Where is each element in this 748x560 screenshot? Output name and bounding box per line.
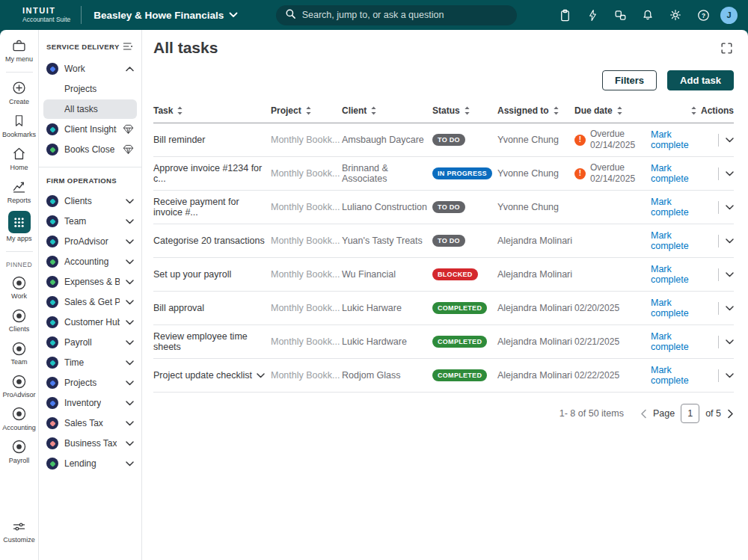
user-avatar[interactable]: J: [720, 7, 738, 24]
mark-complete-link[interactable]: Mark complete: [651, 163, 711, 184]
sidebar-item-customer-hub[interactable]: Customer Hub: [43, 313, 137, 332]
search-bar[interactable]: [276, 5, 517, 25]
mark-complete-link[interactable]: Mark complete: [651, 331, 711, 352]
notifications-icon[interactable]: [637, 4, 658, 25]
assigned-to-cell: Alejandra Molinari: [497, 336, 574, 347]
time-icon: [46, 357, 58, 369]
row-actions-chevron-icon[interactable]: [726, 373, 734, 378]
fullscreen-icon[interactable]: [720, 41, 734, 58]
chevron-down-icon: [126, 300, 134, 305]
lending-icon: [46, 458, 58, 470]
sidebar-item-clients[interactable]: Clients: [43, 191, 137, 211]
settings-icon[interactable]: [665, 4, 686, 25]
filters-button[interactable]: Filters: [602, 70, 657, 90]
mark-complete-link[interactable]: Mark complete: [651, 197, 711, 218]
row-actions-chevron-icon[interactable]: [726, 272, 734, 277]
pinned-label: PINNED: [6, 261, 32, 268]
row-actions-chevron-icon[interactable]: [726, 205, 734, 210]
chevron-down-icon: [126, 239, 134, 244]
pinned-item-payroll[interactable]: Payroll: [0, 439, 38, 465]
sidebar-item-books-close[interactable]: Books Close: [43, 140, 137, 159]
pinned-item-accounting[interactable]: Accounting: [0, 406, 38, 432]
project-cell: Monthly Bookk...: [271, 135, 342, 145]
rail-item-label: Reports: [7, 197, 31, 205]
logo-suite: Accountant Suite: [22, 16, 70, 23]
sidebar-item-work[interactable]: Work: [43, 59, 137, 79]
sidebar-item-inventory[interactable]: Inventory: [43, 393, 137, 413]
task-expander-icon[interactable]: [257, 373, 265, 378]
rail-item-my-apps[interactable]: My apps: [0, 211, 38, 243]
column-header-assigned-to[interactable]: Assigned to: [497, 105, 574, 116]
row-actions-chevron-icon[interactable]: [726, 171, 734, 176]
sidebar-item-sales-get-paid[interactable]: Sales & Get Paid: [43, 292, 137, 312]
rail-item-bookmarks[interactable]: Bookmarks: [0, 113, 38, 139]
prev-page-icon[interactable]: [640, 409, 647, 419]
help-icon[interactable]: ?: [693, 4, 714, 25]
sidebar-item-projects[interactable]: Projects: [43, 373, 137, 393]
pinned-item-proadvisor[interactable]: ProAdvisor: [0, 373, 38, 399]
row-actions-chevron-icon[interactable]: [726, 138, 734, 143]
company-selector[interactable]: Beasley & Howe Financials: [94, 10, 238, 21]
sidebar-item-all-tasks[interactable]: All tasks: [43, 99, 137, 119]
project-cell: Monthly Bookk...: [271, 269, 342, 280]
column-header-task[interactable]: Task: [153, 105, 271, 116]
client-insights-icon: [46, 123, 58, 135]
rail-divider: [6, 72, 33, 73]
sidebar-item-time[interactable]: Time: [43, 353, 137, 372]
rail-item-label: Bookmarks: [2, 132, 36, 139]
overdue-label: Overdue: [590, 129, 635, 140]
customize-button[interactable]: Customize: [0, 518, 38, 544]
pinned-item-clients[interactable]: Clients: [0, 307, 38, 333]
search-input[interactable]: [302, 10, 508, 20]
sidebar-item-business-tax[interactable]: Business Tax: [43, 434, 137, 453]
column-header-actions[interactable]: Actions: [651, 105, 734, 116]
org-switcher-icon[interactable]: [610, 4, 631, 25]
due-date-text: 02/14/2025: [590, 173, 635, 185]
page-number-input[interactable]: [681, 404, 699, 423]
sidebar-item-projects[interactable]: Projects: [43, 79, 137, 99]
sidebar-item-proadvisor[interactable]: ProAdvisor: [43, 232, 137, 251]
add-task-button[interactable]: Add task: [667, 70, 734, 90]
pinned-payroll-icon: [11, 439, 28, 455]
tasks-table: TaskProjectClientStatusAssigned toDue da…: [153, 105, 734, 393]
column-header-status[interactable]: Status: [432, 105, 497, 116]
rail-item-reports[interactable]: Reports: [0, 179, 38, 205]
rail-item-create[interactable]: Create: [0, 80, 38, 106]
rail-item-my-menu[interactable]: My menu: [0, 37, 38, 64]
sidebar-item-payroll[interactable]: Payroll: [43, 333, 137, 352]
sidebar-item-client-insights[interactable]: Client Insights: [43, 120, 137, 139]
row-actions-chevron-icon[interactable]: [726, 339, 734, 345]
pinned-team-icon: [11, 340, 28, 357]
pinned-item-team[interactable]: Team: [0, 340, 38, 366]
grid-icon: [8, 211, 31, 233]
project-cell: Monthly Bookk...: [271, 303, 342, 313]
section-title-firm-operations: FIRM OPERATIONS: [39, 175, 141, 191]
sidebar-item-sales-tax[interactable]: Sales Tax: [43, 413, 137, 433]
task-name: Set up your payroll: [153, 269, 231, 280]
rail-item-home[interactable]: Home: [0, 146, 38, 172]
row-actions-chevron-icon[interactable]: [726, 239, 734, 244]
items-count: 1- 8 of 50 items: [560, 408, 624, 419]
next-page-icon[interactable]: [727, 409, 734, 419]
row-actions-chevron-icon[interactable]: [726, 306, 734, 311]
due-date-cell: !Overdue02/14/2025: [574, 129, 651, 151]
clipboard-icon[interactable]: [554, 4, 575, 25]
mark-complete-link[interactable]: Mark complete: [651, 230, 711, 251]
proadvisor-icon: [46, 236, 58, 247]
task-name: Review employee time sheets: [153, 331, 265, 352]
collapse-sidebar-icon[interactable]: [122, 40, 134, 52]
lightning-icon[interactable]: [582, 4, 603, 25]
column-header-due-date[interactable]: Due date: [574, 105, 651, 116]
mark-complete-link[interactable]: Mark complete: [651, 365, 711, 386]
mark-complete-link[interactable]: Mark complete: [651, 298, 711, 319]
column-header-project[interactable]: Project: [271, 105, 342, 116]
mark-complete-link[interactable]: Mark complete: [651, 264, 711, 285]
column-header-client[interactable]: Client: [342, 105, 432, 116]
pinned-item-work[interactable]: Work: [0, 274, 38, 301]
sidebar-item-lending[interactable]: Lending: [43, 454, 137, 473]
sidebar-item-team[interactable]: Team: [43, 212, 137, 231]
mark-complete-link[interactable]: Mark complete: [651, 129, 711, 150]
sidebar-item-accounting[interactable]: Accounting: [43, 252, 137, 271]
sidebar-item-expenses-bills[interactable]: Expenses & Bills: [43, 272, 137, 292]
books-close-icon: [46, 144, 58, 156]
